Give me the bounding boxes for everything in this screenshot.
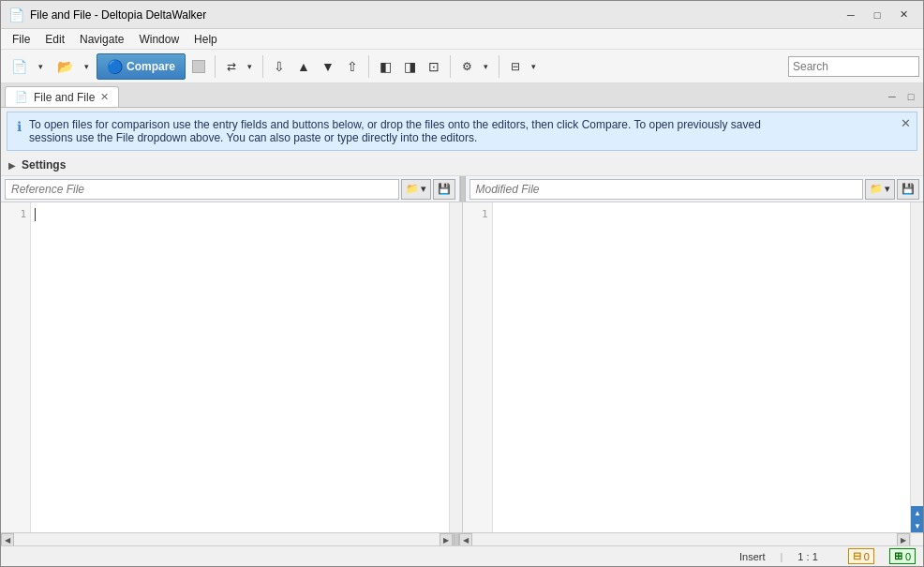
left-editor-scrollbar[interactable] (449, 202, 462, 532)
tools-button[interactable]: ⚙ (455, 53, 479, 80)
separator-3 (368, 55, 369, 78)
title-bar-left: 📄 File and File - Deltopia DeltaWalker (8, 7, 206, 22)
tab-close-button[interactable]: ✕ (100, 92, 109, 102)
reference-save-button[interactable]: 💾 (433, 179, 455, 200)
separator-4 (450, 55, 451, 78)
diff-minus-badge: ⊟ 0 (848, 548, 874, 564)
sync-left-icon: ⇄ (227, 60, 236, 73)
toolbar: 📄 ▾ 📂 ▾ 🔵 Compare ⇄ ▾ (1, 50, 923, 83)
settings-label: Settings (22, 158, 66, 172)
diff-plus-count: 0 (905, 551, 911, 562)
first-diff-button[interactable]: ⇩ (268, 53, 291, 80)
menu-edit[interactable]: Edit (37, 31, 72, 48)
title-bar: 📄 File and File - Deltopia DeltaWalker ─… (1, 1, 923, 29)
sync-left-button[interactable]: ⇄ (220, 53, 243, 80)
info-icon: ℹ (17, 119, 22, 134)
right-editor-pane: 1 ▲ ▼ (463, 202, 924, 532)
separator-5 (499, 55, 499, 78)
last-diff-button[interactable]: ⇧ (341, 53, 364, 80)
close-info-button[interactable]: ✕ (901, 116, 911, 130)
menu-navigate[interactable]: Navigate (72, 31, 131, 48)
first-diff-icon: ⇩ (274, 59, 285, 74)
status-position: 1 : 1 (797, 551, 817, 562)
reference-file-input[interactable] (5, 179, 399, 200)
left-scroll-right-button[interactable]: ▶ (440, 533, 453, 545)
prev-diff-icon: ▲ (297, 59, 310, 74)
tab-bar-right: ─ □ (884, 88, 919, 107)
scroll-up-nav-button[interactable]: ▲ (911, 506, 923, 519)
horizontal-scrollbars: ◀ ▶ ◀ ▶ (1, 532, 923, 545)
menu-file[interactable]: File (5, 31, 37, 48)
layout-icon: ⊟ (511, 60, 520, 73)
modified-save-button[interactable]: 💾 (897, 179, 919, 200)
right-editor-content[interactable] (493, 202, 911, 532)
layout-button[interactable]: ⊟ (504, 53, 527, 80)
new-icon: 📄 (11, 59, 27, 74)
left-scroll-left-button[interactable]: ◀ (1, 533, 14, 545)
app-window: 📄 File and File - Deltopia DeltaWalker ─… (0, 0, 924, 567)
stop-icon (192, 60, 205, 73)
open-dropdown-arrow[interactable]: ▾ (80, 53, 95, 80)
settings-row[interactable]: ▶ Settings (1, 155, 923, 176)
editors-area: 1 1 (1, 202, 923, 545)
layout-split-button: ⊟ ▾ (504, 53, 542, 80)
reference-file-pane: 📁▾ 💾 (1, 176, 460, 201)
prev-diff-button[interactable]: ▲ (292, 53, 315, 80)
diff-plus-badge: ⊞ 0 (889, 548, 916, 564)
separator-2 (262, 55, 263, 78)
maximize-button[interactable]: □ (865, 6, 889, 24)
next-diff-button[interactable]: ▼ (317, 53, 339, 80)
left-editor-content[interactable] (31, 202, 449, 532)
scroll-down-nav-button[interactable]: ▼ (911, 519, 923, 532)
menu-help[interactable]: Help (186, 31, 225, 48)
right-hscrollbar[interactable]: ◀ ▶ (459, 533, 911, 545)
compare-button[interactable]: 🔵 Compare (97, 53, 186, 80)
copy-both-button[interactable]: ⊡ (423, 53, 445, 80)
tools-split-button: ⚙ ▾ (455, 53, 494, 80)
window-controls: ─ □ ✕ (839, 6, 916, 24)
modified-browse-button[interactable]: 📁▾ (865, 179, 895, 200)
modified-file-input[interactable] (469, 179, 864, 200)
tab-file-and-file[interactable]: 📄 File and File ✕ (5, 86, 119, 107)
last-diff-icon: ⇧ (347, 59, 358, 74)
reference-browse-button[interactable]: 📁▾ (401, 179, 431, 200)
left-hscrollbar[interactable]: ◀ ▶ (1, 533, 454, 545)
tools-dropdown-arrow[interactable]: ▾ (479, 53, 494, 80)
right-editor-scrollbar[interactable]: ▲ ▼ (910, 202, 923, 532)
save-icon: 💾 (438, 183, 451, 195)
line-num-1: 1 (1, 206, 26, 223)
sync-dropdown-arrow[interactable]: ▾ (243, 53, 258, 80)
settings-arrow-icon: ▶ (8, 160, 16, 171)
search-input[interactable] (788, 56, 919, 77)
content-area: ℹ To open files for comparison use the e… (1, 108, 923, 566)
position-label: 1 : 1 (797, 551, 817, 562)
open-icon: 📂 (57, 59, 73, 74)
new-dropdown-arrow[interactable]: ▾ (34, 53, 49, 80)
next-diff-icon: ▼ (321, 59, 335, 74)
minimize-button[interactable]: ─ (839, 6, 863, 24)
new-button[interactable]: 📄 (5, 53, 34, 80)
status-bar: Insert | 1 : 1 ⊟ 0 ⊞ 0 (1, 545, 923, 566)
folder-icon: 📁 (406, 183, 419, 195)
copy-right-button[interactable]: ◨ (398, 53, 421, 80)
open-button[interactable]: 📂 (51, 53, 80, 80)
stop-button[interactable] (187, 53, 210, 80)
file-inputs-row: 📁▾ 💾 📁▾ 💾 (1, 176, 923, 202)
right-scroll-left-button[interactable]: ◀ (459, 533, 472, 545)
tab-maximize-button[interactable]: □ (902, 88, 919, 105)
info-text: To open files for comparison use the ent… (29, 118, 761, 144)
tab-minimize-button[interactable]: ─ (884, 88, 901, 105)
app-icon: 📄 (8, 7, 24, 22)
menu-window[interactable]: Window (131, 31, 186, 48)
right-scroll-right-button[interactable]: ▶ (897, 533, 910, 545)
open-split-button: 📂 ▾ (51, 53, 95, 80)
layout-dropdown-arrow[interactable]: ▾ (527, 53, 542, 80)
new-split-button: 📄 ▾ (5, 53, 49, 80)
copy-both-icon: ⊡ (428, 59, 440, 74)
plus-icon: ⊞ (894, 550, 902, 562)
close-button[interactable]: ✕ (891, 6, 916, 24)
mode-label: Insert (739, 551, 766, 562)
copy-left-button[interactable]: ◧ (374, 53, 396, 80)
left-scroll-track (14, 533, 440, 545)
tools-icon: ⚙ (462, 60, 472, 73)
